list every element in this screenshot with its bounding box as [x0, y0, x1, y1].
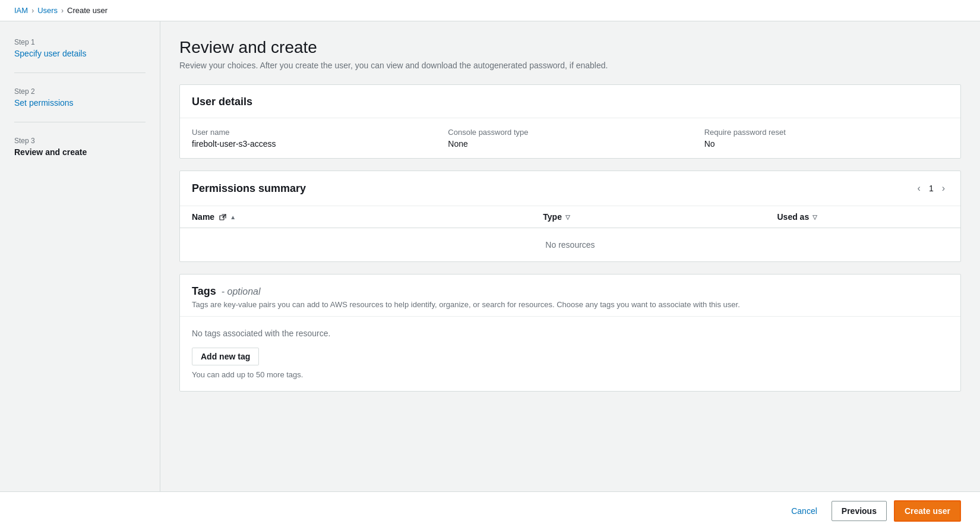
sidebar: Step 1 Specify user details Step 2 Set p… [0, 21, 160, 527]
type-sort-desc-icon: ▽ [565, 214, 570, 220]
used-sort-desc-icon: ▽ [813, 214, 817, 220]
no-resources-row: No resources [180, 228, 960, 262]
breadcrumb-create-user: Create user [67, 6, 108, 15]
require-reset-value: No [704, 139, 949, 149]
svg-rect-0 [220, 216, 224, 220]
create-user-button[interactable]: Create user [894, 500, 961, 522]
tags-title: Tags - optional [192, 285, 949, 298]
console-password-value: None [448, 139, 692, 149]
pagination-controls: ‹ 1 › [914, 182, 949, 195]
tags-panel: Tags - optional Tags are key-value pairs… [179, 274, 961, 392]
pagination-prev-btn[interactable]: ‹ [914, 182, 924, 195]
console-password-label: Console password type [448, 128, 692, 137]
sidebar-item-review-and-create: Review and create [14, 147, 87, 157]
console-password-field: Console password type None [448, 128, 692, 149]
page-subtitle: Review your choices. After you create th… [179, 61, 961, 70]
no-resources-cell: No resources [180, 228, 960, 262]
require-reset-field: Require password reset No [704, 128, 949, 149]
no-tags-text: No tags associated with the resource. [192, 329, 949, 338]
col-name-header[interactable]: Name ▲ [180, 206, 531, 228]
breadcrumb-iam[interactable]: IAM [14, 6, 28, 15]
page-title: Review and create [179, 38, 961, 57]
breadcrumb: IAM › Users › Create user [0, 0, 980, 21]
user-details-header: User details [180, 85, 960, 118]
user-name-field: User name firebolt-user-s3-access [192, 128, 436, 149]
tags-body: No tags associated with the resource. Ad… [180, 317, 960, 391]
content-area: Review and create Review your choices. A… [160, 21, 980, 527]
sidebar-step-3: Step 3 Review and create [14, 137, 146, 171]
sidebar-step-1: Step 1 Specify user details [14, 38, 146, 73]
breadcrumb-users[interactable]: Users [37, 6, 58, 15]
col-used-as-header[interactable]: Used as ▽ [765, 206, 960, 228]
col-type-header[interactable]: Type ▽ [531, 206, 765, 228]
add-new-tag-button[interactable]: Add new tag [192, 348, 259, 365]
permissions-panel-header: Permissions summary ‹ 1 › [180, 171, 960, 206]
tags-subtitle: Tags are key-value pairs you can add to … [192, 300, 949, 311]
previous-button[interactable]: Previous [832, 501, 887, 521]
require-reset-label: Require password reset [704, 128, 949, 137]
footer-bar: Cancel Previous Create user [0, 491, 980, 530]
pagination-next-btn[interactable]: › [938, 182, 949, 195]
user-details-panel: User details User name firebolt-user-s3-… [179, 84, 961, 159]
user-name-label: User name [192, 128, 436, 137]
step-3-label: Step 3 [14, 137, 146, 145]
name-sort-asc-icon: ▲ [230, 214, 236, 220]
user-name-value: firebolt-user-s3-access [192, 139, 436, 149]
breadcrumb-sep-1: › [31, 7, 34, 15]
tags-limit-text: You can add up to 50 more tags. [192, 370, 949, 379]
permissions-panel: Permissions summary ‹ 1 › Name [179, 171, 961, 262]
breadcrumb-sep-2: › [61, 7, 64, 15]
permissions-table: Name ▲ [180, 206, 960, 261]
sidebar-item-set-permissions[interactable]: Set permissions [14, 98, 74, 108]
external-link-icon [219, 213, 226, 220]
user-details-grid: User name firebolt-user-s3-access Consol… [180, 118, 960, 158]
tags-panel-header: Tags - optional Tags are key-value pairs… [180, 275, 960, 317]
permissions-table-header-row: Name ▲ [180, 206, 960, 228]
footer-spacer [179, 403, 961, 439]
sidebar-item-specify-user-details[interactable]: Specify user details [14, 49, 86, 58]
pagination-current: 1 [929, 184, 934, 193]
sidebar-step-2: Step 2 Set permissions [14, 87, 146, 122]
cancel-button[interactable]: Cancel [784, 501, 824, 520]
step-2-label: Step 2 [14, 87, 146, 96]
tags-optional-label: - optional [222, 286, 261, 296]
permissions-title: Permissions summary [192, 182, 306, 195]
step-1-label: Step 1 [14, 38, 146, 46]
